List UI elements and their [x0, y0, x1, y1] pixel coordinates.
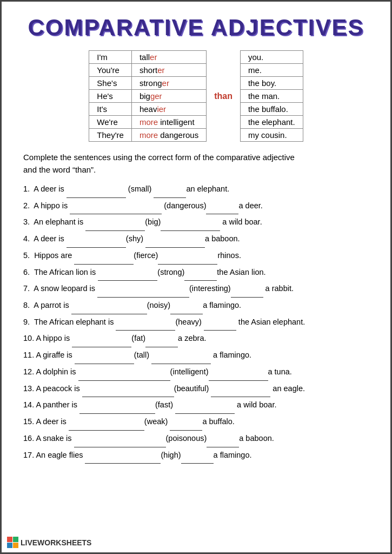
subject-4: He's [89, 90, 132, 103]
ex-14: 14. A panther is (fast) a wild boar. [23, 397, 369, 414]
logo-text: LIVEWORKSHEETS [21, 538, 91, 547]
adj-4: bigger [131, 90, 206, 103]
ex-13: 13. A peacock is (beautiful) an eagle. [23, 381, 369, 398]
ex-11: 11. A giraffe is (tall) a flamingo. [23, 347, 369, 364]
logo-sq-red [7, 537, 12, 542]
obj-3: the boy. [240, 77, 303, 90]
ex-7: 7. A snow leopard is (interesting) a rab… [23, 281, 369, 298]
page: COMPARATIVE ADJECTIVES I'm taller than y… [0, 0, 392, 554]
ex-12: 12. A dolphin is (intelligent) a tuna. [23, 364, 369, 381]
obj-4: the man. [240, 90, 303, 103]
ex-16: 16. A snake is (poisonous) a baboon. [23, 431, 369, 447]
page-title: COMPARATIVE ADJECTIVES [23, 15, 369, 41]
ex-5: 5. Hippos are (fierce) rhinos. [23, 248, 369, 265]
than-label: than [207, 51, 241, 142]
logo-squares [7, 537, 18, 548]
subject-5: It's [89, 103, 132, 116]
adj-2: shorter [131, 64, 206, 77]
footer: LIVEWORKSHEETS [2, 537, 390, 548]
ex-6: 6. The African lion is (strong) the Asia… [23, 265, 369, 281]
subject-2: You're [89, 64, 132, 77]
ex-9: 9. The African elephant is (heavy) the A… [23, 314, 369, 331]
subject-7: They're [89, 129, 132, 142]
ex-17: 17. An eagle flies (high) a flamingo. [23, 447, 369, 464]
subject-6: We're [89, 116, 132, 129]
adj-1: taller [131, 51, 206, 64]
obj-6: the elephant. [240, 116, 303, 129]
grammar-table: I'm taller than you. You're shorter me. … [89, 50, 303, 142]
obj-2: me. [240, 64, 303, 77]
adj-7: more dangerous [131, 129, 206, 142]
ex-1: 1. A deer is (small) an elephant. [23, 181, 369, 198]
obj-7: my cousin. [240, 129, 303, 142]
subject-3: She's [89, 77, 132, 90]
logo-sq-yellow [13, 543, 18, 548]
logo-sq-green [13, 537, 18, 542]
liveworksheets-logo: LIVEWORKSHEETS [7, 537, 91, 548]
ex-10: 10. A hippo is (fat) a zebra. [23, 331, 369, 347]
logo-sq-blue [7, 543, 12, 548]
ex-2: 2. A hippo is (dangerous) a deer. [23, 198, 369, 215]
exercises: 1. A deer is (small) an elephant. 2. A h… [23, 181, 369, 464]
obj-5: the buffalo. [240, 103, 303, 116]
ex-3: 3. An elephant is (big) a wild boar. [23, 214, 369, 231]
adj-6: more intelligent [131, 116, 206, 129]
subject-1: I'm [89, 51, 132, 64]
ex-4: 4. A deer is (shy) a baboon. [23, 231, 369, 248]
instruction: Complete the sentences using the correct… [23, 151, 369, 176]
ex-15: 15. A deer is (weak) a buffalo. [23, 414, 369, 431]
adj-5: heavier [131, 103, 206, 116]
adj-3: stronger [131, 77, 206, 90]
ex-8: 8. A parrot is (noisy) a flamingo. [23, 298, 369, 314]
obj-1: you. [240, 51, 303, 64]
